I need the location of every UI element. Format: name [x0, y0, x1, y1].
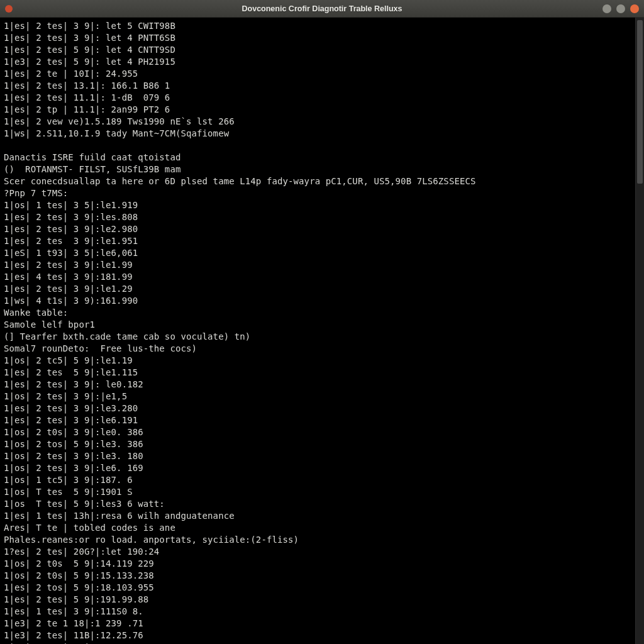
terminal-line: 1?es| 2 tes| 20G?|:let 190:24 [4, 546, 631, 558]
terminal-line: 1|os| 1 tc5| 3 9|:187. 6 [4, 474, 631, 486]
app-indicator-icon [5, 5, 13, 13]
terminal-line: 1|os| 2 tos| 5 9|:le3. 386 [4, 438, 631, 450]
terminal-line: 1|es| 2 tes| 3 9|:le1.99 [4, 259, 631, 271]
terminal-line: 1|es| 2 tes| 3 9|: le0.182 [4, 379, 631, 391]
terminal-line: 1|es| 2 tes 5 9|:le1.115 [4, 367, 631, 379]
terminal-line: 1|os T tes| 5 9|:les3 6 watt: [4, 498, 631, 510]
terminal-line: 1|es| 2 te | 10I|: 24.955 [4, 68, 631, 80]
terminal-line: 1|es| 2 tes 3 9|:le1.951 [4, 235, 631, 247]
terminal-line: Wanke table: [4, 307, 631, 319]
scrollbar[interactable] [635, 18, 644, 644]
terminal-line: 1|os| 2 tes| 3 9|:le3. 180 [4, 450, 631, 462]
terminal-area: 1|es| 2 tes| 3 9|: let 5 CWIT98B1|es| 2 … [0, 18, 644, 644]
terminal-line: 1|es| 4 tes| 3 9|:181.99 [4, 271, 631, 283]
terminal-line: 1|es| 2 tp | 11.1|: 2an99 PT2 6 [4, 104, 631, 116]
terminal-line: Somal7 rounDeto: Free lus-the cocs) [4, 343, 631, 355]
terminal-line: 1|os| 2 tes| 3 9|:|e1,5 [4, 391, 631, 402]
terminal-line: 1|e3| 2 tes| 11B|:12.25.76 [4, 630, 631, 641]
terminal-line: 1|es| 2 tes| 5 9|: let 4 CNTT9SD [4, 44, 631, 56]
terminal-line: 1|e3| 2 te 1 18|:1 239 .71 [4, 618, 631, 630]
terminal-line: 1|es| 2 tes| 3 9|: let 5 CWIT98B [4, 20, 631, 32]
titlebar[interactable]: Dovconenic Crofir Diagnotir Trable Rellu… [0, 0, 644, 18]
app-window: Dovconenic Crofir Diagnotir Trable Rellu… [0, 0, 644, 644]
terminal-line: () ROTANMST- FILST, SUSfL39B mam [4, 164, 631, 175]
terminal-line: ?Pnp 7 t7MS: [4, 187, 631, 199]
terminal-output[interactable]: 1|es| 2 tes| 3 9|: let 5 CWIT98B1|es| 2 … [0, 18, 635, 644]
terminal-line: 1|es| 1 tes| 3 9|:111S0 8. [4, 606, 631, 618]
close-button[interactable] [630, 4, 639, 13]
scrollbar-thumb[interactable] [637, 20, 643, 184]
terminal-line: Scer conecdsuallap ta here or 6D plsed t… [4, 175, 631, 187]
terminal-line: 1|es| 2 tes| 13.1|: 166.1 B86 1 [4, 80, 631, 92]
terminal-line: T|es| 2 tes|115|:25 709.85 [4, 641, 631, 644]
window-title: Dovconenic Crofir Diagnotir Trable Rellu… [242, 4, 402, 13]
window-controls [602, 4, 639, 13]
terminal-line: 1|eS| 1 t93| 3 5|:le6,061 [4, 247, 631, 259]
terminal-line: 1|ws| 4 t1s| 3 9):161.990 [4, 295, 631, 307]
minimize-button[interactable] [602, 4, 611, 13]
terminal-line: 1|e3| 2 tes| 5 9|: let 4 PH21915 [4, 56, 631, 68]
terminal-line: 1|es| 2 tes| 3 9|:les.808 [4, 211, 631, 223]
terminal-line: 1|es| 2 tes| 3 9|:le1.29 [4, 283, 631, 295]
terminal-line: 1|os| 1 tes| 3 5|:le1.919 [4, 199, 631, 211]
terminal-line: Samole lelf bpor1 [4, 319, 631, 331]
terminal-line: 1|es| 2 tos| 5 9|:18.103.955 [4, 582, 631, 594]
terminal-line: 1|es| 2 tes| 5 9|:191.99.88 [4, 594, 631, 606]
terminal-line: 1|es| 2 tes| 3 9|:le6.191 [4, 414, 631, 426]
terminal-line: 1|os| 2 t0s 5 9|:14.119 229 [4, 558, 631, 570]
terminal-line: 1|es| 2 tes| 3 9|:le3.280 [4, 402, 631, 414]
maximize-button[interactable] [616, 4, 625, 13]
terminal-line: 1|os| T tes 5 9|:1901 S [4, 486, 631, 498]
terminal-line: 1|ws| 2.S11,10.I.9 tady Mant~7CM(Sqafiom… [4, 128, 631, 140]
terminal-line: 1|es| 2 tes| 3 9|:le2.980 [4, 223, 631, 235]
terminal-line: 1|es| 1 tes| 13h|:resa 6 wilh andguatena… [4, 510, 631, 522]
terminal-line: Phales.reanes:or ro load. anportats, syc… [4, 534, 631, 546]
terminal-line: 1|os| 2 tes| 3 9|:le6. 169 [4, 462, 631, 474]
terminal-line: 1|os| 2 tc5| 5 9|:le1.19 [4, 355, 631, 367]
terminal-line [4, 140, 631, 152]
terminal-line: 1|es| 2 vew ve)1.5.189 Tws1990 nE`s lst … [4, 116, 631, 128]
terminal-line: 1|es| 2 tes| 3 9|: let 4 PNTT6SB [4, 32, 631, 44]
terminal-line: (] Tearfer bxth.cade tame cab so voculat… [4, 331, 631, 343]
terminal-line: 1|es| 2 tes| 11.1|: 1-dB 079 6 [4, 92, 631, 104]
terminal-line: 1|os| 2 t0s| 3 9|:le0. 386 [4, 426, 631, 438]
terminal-line: Ares| T te | tobled codes is ane [4, 522, 631, 534]
terminal-line: 1|os| 2 t0s| 5 9|:15.133.238 [4, 570, 631, 582]
terminal-line: Danactis ISRE fuild caat qtoistad [4, 152, 631, 164]
